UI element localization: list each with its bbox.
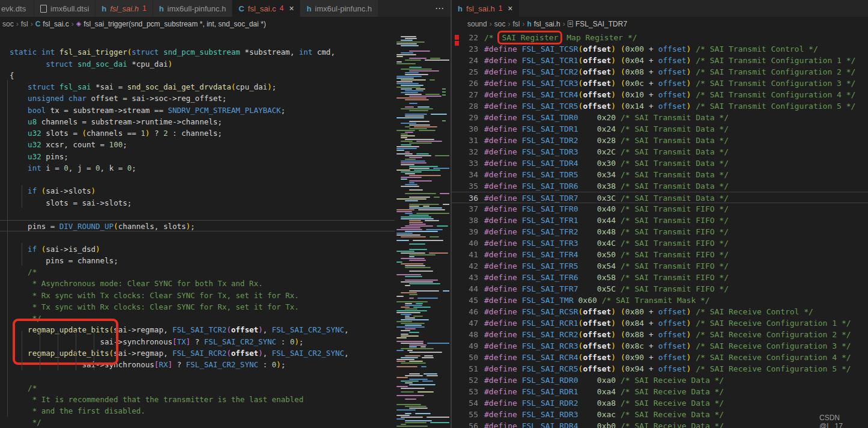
code-line[interactable] bbox=[0, 231, 395, 243]
code-line[interactable]: static int fsl_sai_trigger(struct snd_pc… bbox=[0, 46, 395, 58]
minimap-line bbox=[420, 346, 426, 347]
code-line[interactable]: 45#define FSL_SAI_TMR 0x60 /* SAI Transm… bbox=[452, 295, 868, 306]
code-line[interactable]: 54#define FSL_SAI_RDR2 0xa8 /* SAI Recei… bbox=[452, 397, 868, 409]
code-line[interactable]: 47#define FSL_SAI_RCR1(offset) (0x84 + o… bbox=[452, 317, 868, 329]
code-line[interactable]: u32 pins; bbox=[0, 151, 395, 162]
code-line[interactable]: 34#define FSL_SAI_TDR5 0x34 /* SAI Trans… bbox=[452, 169, 868, 180]
tab-fsl_sai.h[interactable]: hfsl_sai.h1× bbox=[452, 0, 520, 17]
code-line[interactable]: * and the first disabled. bbox=[0, 405, 395, 417]
tab-fsl_sai.h[interactable]: hfsl_sai.h1 bbox=[96, 0, 153, 17]
code-line[interactable]: 42#define FSL_SAI_TFR5 0x54 /* SAI Trans… bbox=[452, 260, 868, 272]
breadcrumb-item[interactable]: soc bbox=[494, 20, 506, 28]
breadcrumb-item[interactable]: Cfsl_sai.c bbox=[35, 20, 69, 28]
code-line[interactable]: 25#define FSL_SAI_TCR2(offset) (0x08 + o… bbox=[452, 66, 868, 78]
code-line[interactable]: u8 channels = substream->runtime->channe… bbox=[0, 116, 395, 127]
code-line[interactable]: 31#define FSL_SAI_TDR2 0x28 /* SAI Trans… bbox=[452, 135, 868, 146]
code-line[interactable]: * Asynchronous mode: Clear SYNC for both… bbox=[0, 278, 395, 289]
code-line[interactable]: 49#define FSL_SAI_RCR3(offset) (0x8c + o… bbox=[452, 340, 868, 352]
code-line[interactable]: 22/* SAI Register Map Register */ bbox=[452, 32, 868, 43]
code-line[interactable]: unsigned char offset = sai->soc->reg_off… bbox=[0, 93, 395, 104]
code-line[interactable]: 50#define FSL_SAI_RCR4(offset) (0x90 + o… bbox=[452, 352, 868, 363]
code-line[interactable]: /* bbox=[0, 382, 395, 394]
minimap-line bbox=[401, 177, 422, 178]
code-line[interactable]: 56#define FSL_SAI_RDR4 0xb0 /* SAI Recei… bbox=[452, 420, 868, 428]
tab-bar-right: hfsl_sai.h1× bbox=[452, 0, 868, 17]
breadcrumb-item[interactable]: soc bbox=[2, 20, 14, 28]
minimap-line bbox=[405, 115, 424, 117]
minimap-line bbox=[401, 323, 425, 324]
code-line[interactable]: slots = sai->slots; bbox=[0, 197, 395, 209]
minimap-line bbox=[405, 355, 420, 356]
code-line[interactable]: 30#define FSL_SAI_TDR1 0x24 /* SAI Trans… bbox=[452, 123, 868, 135]
code-line[interactable]: struct snd_soc_dai *cpu_dai) bbox=[0, 58, 395, 70]
code-line[interactable]: 32#define FSL_SAI_TDR3 0x2C /* SAI Trans… bbox=[452, 146, 868, 157]
minimap-line bbox=[405, 399, 416, 400]
code-line[interactable]: * Tx sync with Rx clocks: Clear SYNC for… bbox=[0, 301, 395, 313]
minimap-line bbox=[396, 198, 426, 200]
code-line[interactable]: 27#define FSL_SAI_TCR4(offset) (0x10 + o… bbox=[452, 89, 868, 100]
code-line[interactable] bbox=[0, 209, 395, 220]
tab-imx6ull-pinfunc.h[interactable]: himx6ull-pinfunc.h bbox=[153, 0, 233, 17]
code-line[interactable]: u32 slots = (channels == 1) ? 2 : channe… bbox=[0, 127, 395, 139]
minimap-line bbox=[409, 222, 423, 223]
code-line[interactable]: 48#define FSL_SAI_RCR2(offset) (0x88 + o… bbox=[452, 329, 868, 340]
code-line[interactable]: 36#define FSL_SAI_TDR7 0x3C /* SAI Trans… bbox=[452, 192, 868, 203]
code-line[interactable] bbox=[0, 174, 395, 185]
minimap-line bbox=[401, 164, 414, 165]
breadcrumb-item[interactable]: sound bbox=[467, 20, 487, 28]
tab-imx6ul-pinfunc.h[interactable]: himx6ul-pinfunc.h bbox=[300, 0, 378, 17]
breadcrumb-item[interactable]: ≡FSL_SAI_TDR7 bbox=[568, 20, 627, 28]
code-line[interactable]: if (sai->slots) bbox=[0, 185, 395, 197]
minimap-line bbox=[401, 186, 419, 187]
code-line[interactable] bbox=[0, 370, 395, 382]
code-line[interactable]: 23#define FSL_SAI_TCSR(offset) (0x00 + o… bbox=[452, 43, 868, 55]
code-line[interactable]: 40#define FSL_SAI_TFR3 0x4C /* SAI Trans… bbox=[452, 237, 868, 249]
breadcrumb-item[interactable]: fsl bbox=[512, 20, 520, 28]
close-icon[interactable]: × bbox=[289, 4, 294, 13]
tab-evk.dts[interactable]: evk.dts bbox=[0, 0, 34, 17]
code-line[interactable]: 39#define FSL_SAI_TFR2 0x48 /* SAI Trans… bbox=[452, 226, 868, 237]
tab-fsl_sai.c[interactable]: Cfsl_sai.c4× bbox=[232, 0, 300, 17]
code-line[interactable]: */ bbox=[0, 417, 395, 428]
tab-imx6ull.dtsi[interactable]: imx6ull.dtsi bbox=[34, 0, 96, 17]
code-line[interactable]: 53#define FSL_SAI_RDR1 0xa4 /* SAI Recei… bbox=[452, 386, 868, 397]
code-line[interactable]: struct fsl_sai *sai = snd_soc_dai_get_dr… bbox=[0, 81, 395, 93]
code-line[interactable]: 26#define FSL_SAI_TCR3(offset) (0x0c + o… bbox=[452, 78, 868, 89]
code-line[interactable]: 41#define FSL_SAI_TFR4 0x50 /* SAI Trans… bbox=[452, 249, 868, 260]
code-line[interactable]: * It is recommended that the transmitter… bbox=[0, 394, 395, 405]
code-line[interactable]: 28#define FSL_SAI_TCR5(offset) (0x14 + o… bbox=[452, 100, 868, 112]
editor-fsl-sai-c[interactable]: static int fsl_sai_trigger(struct snd_pc… bbox=[0, 31, 395, 428]
code-line[interactable]: 29#define FSL_SAI_TDR0 0x20 /* SAI Trans… bbox=[452, 112, 868, 123]
code-line[interactable]: { bbox=[0, 70, 395, 81]
minimap[interactable] bbox=[395, 31, 449, 428]
code-line[interactable]: if (sai->is_dsd) bbox=[0, 243, 395, 255]
code-line[interactable]: pins = channels; bbox=[0, 255, 395, 266]
vscode-window: evk.dtsimx6ull.dtsihfsl_sai.h1himx6ull-p… bbox=[0, 0, 868, 428]
minimap-line bbox=[409, 408, 428, 409]
code-line[interactable]: 46#define FSL_SAI_RCSR(offset) (0x80 + o… bbox=[452, 306, 868, 317]
code-line[interactable]: 24#define FSL_SAI_TCR1(offset) (0x04 + o… bbox=[452, 55, 868, 66]
close-icon[interactable]: × bbox=[508, 4, 512, 13]
breadcrumb-item[interactable]: fsl bbox=[21, 20, 28, 28]
breadcrumb-item[interactable]: hfsl_sai.h bbox=[527, 20, 560, 28]
code-line[interactable]: 44#define FSL_SAI_TFR7 0x5C /* SAI Trans… bbox=[452, 283, 868, 295]
code-line[interactable]: 55#define FSL_SAI_RDR3 0xac /* SAI Recei… bbox=[452, 409, 868, 420]
code-line[interactable]: /* bbox=[0, 266, 395, 278]
code-line[interactable]: bool tx = substream->stream == SNDRV_PCM… bbox=[0, 105, 395, 116]
code-line[interactable] bbox=[0, 35, 395, 46]
breadcrumb-item[interactable]: ◈fsl_sai_trigger(snd_pcm_substream *, in… bbox=[76, 20, 266, 28]
code-line[interactable]: 38#define FSL_SAI_TFR1 0x44 /* SAI Trans… bbox=[452, 215, 868, 226]
code-line[interactable]: u32 xcsr, count = 100; bbox=[0, 139, 395, 150]
code-line[interactable]: * Rx sync with Tx clocks: Clear SYNC for… bbox=[0, 290, 395, 301]
code-line[interactable]: 37#define FSL_SAI_TFR0 0x40 /* SAI Trans… bbox=[452, 203, 868, 215]
minimap-line bbox=[409, 249, 427, 250]
code-line[interactable]: 51#define FSL_SAI_RCR5(offset) (0x94 + o… bbox=[452, 363, 868, 374]
code-line[interactable]: 33#define FSL_SAI_TDR4 0x30 /* SAI Trans… bbox=[452, 157, 868, 169]
code-line[interactable]: 35#define FSL_SAI_TDR6 0x38 /* SAI Trans… bbox=[452, 180, 868, 192]
code-line[interactable]: 52#define FSL_SAI_RDR0 0xa0 /* SAI Recei… bbox=[452, 374, 868, 386]
code-line[interactable]: pins = DIV_ROUND_UP(channels, slots); bbox=[0, 220, 395, 231]
editor-fsl-sai-h[interactable]: 22/* SAI Register Map Register */23#defi… bbox=[452, 31, 868, 428]
more-tabs-button[interactable]: ⋯ bbox=[435, 3, 445, 14]
code-line[interactable]: 43#define FSL_SAI_TFR6 0x58 /* SAI Trans… bbox=[452, 272, 868, 283]
code-line[interactable]: int i = 0, j = 0, k = 0; bbox=[0, 162, 395, 174]
